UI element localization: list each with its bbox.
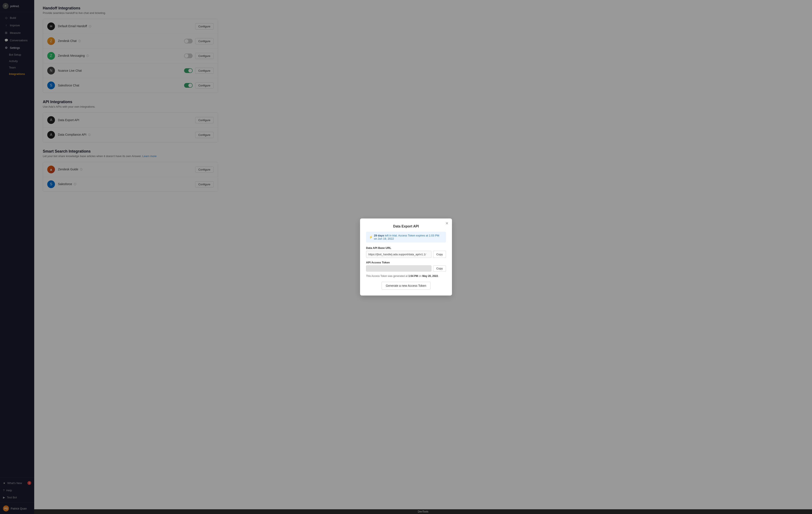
api-base-url-row: Copy (366, 251, 446, 258)
copy-token-button[interactable]: Copy (433, 265, 446, 272)
api-token-row: Copy (366, 265, 446, 272)
api-token-input (366, 265, 431, 272)
api-base-url-input[interactable] (366, 251, 431, 258)
trial-bolt-icon: ⚡ (369, 235, 373, 239)
modal-close-button[interactable]: ✕ (445, 221, 448, 225)
api-base-url-label: Data API Base URL (366, 246, 446, 249)
copy-url-button[interactable]: Copy (433, 251, 446, 258)
modal: Data Export API ✕ ⚡ 29 days left in tria… (360, 218, 452, 296)
api-token-label: API Access Token (366, 261, 446, 264)
modal-footer: Generate a new Access Token (366, 282, 446, 290)
trial-banner-text: 29 days left in trial. Access Token expi… (374, 234, 443, 240)
trial-banner: ⚡ 29 days left in trial. Access Token ex… (366, 232, 446, 242)
token-note: This Access Token was generated at 1:04 … (366, 274, 446, 277)
trial-days: 29 days (374, 234, 384, 237)
modal-title: Data Export API (366, 224, 446, 228)
generate-token-button[interactable]: Generate a new Access Token (381, 282, 431, 290)
modal-overlay[interactable]: Data Export API ✕ ⚡ 29 days left in tria… (0, 0, 812, 514)
token-time: 1:04 PM (408, 274, 418, 277)
token-date: May 20, 2022 (422, 274, 438, 277)
